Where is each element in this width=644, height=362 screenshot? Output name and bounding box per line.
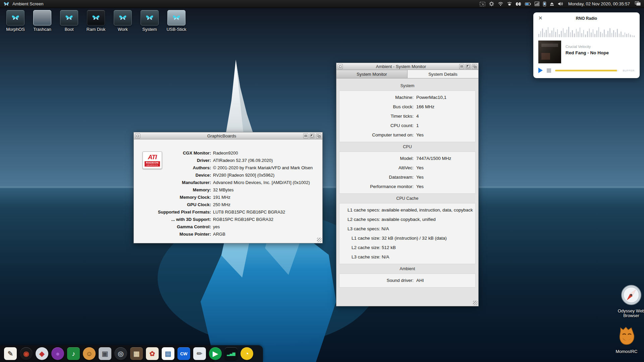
titlebar[interactable]: GraphicBoards [134,132,322,139]
info-label: L2 cache specs: [347,217,380,222]
dock-icon-pencil-editor[interactable]: ✏ [193,347,206,360]
chart-icon[interactable] [535,2,539,6]
drive-icon [141,10,159,25]
spec-row: CGX Monitor: Radeon9200 [134,149,320,157]
info-value: 166 MHz [416,102,475,112]
desktop-icon-usb-stick[interactable]: USB-Stick [163,10,190,32]
info-row: Datastream: Yes [339,173,475,182]
depth-button[interactable] [316,133,321,138]
spec-label: Device: [134,172,211,179]
spec-value: RV280 [Radeon 9200] (0x5962) [213,172,320,179]
desktop-icon-boot[interactable]: Boot [56,10,83,32]
equalizer-bar [581,33,582,37]
resize-grip[interactable] [317,238,322,242]
dock-icon-mask-messenger[interactable]: ☺ [83,347,96,360]
close-button[interactable] [338,64,343,69]
compass-icon [621,285,642,305]
desktop-icon-morphos[interactable]: MorphOS [2,10,29,32]
equalizer-bar [634,36,635,37]
dock-icon-cw-app[interactable]: CW [177,347,190,360]
eject-icon[interactable] [550,2,554,6]
dock-icon-purple-orb[interactable]: ● [51,347,64,360]
dock-icon-text-viewer[interactable]: ▤ [162,347,174,360]
equalizer-bar [628,33,629,37]
butterfly-icon [92,15,100,21]
dock-icon-notepad[interactable]: ✎ [4,347,17,360]
equalizer-bar [609,28,610,37]
close-icon[interactable]: ✕ [538,15,543,20]
info-row: L3 cache size: N/A [339,252,475,262]
desktop-icon-grid: MorphOS Trashcan Boot [2,10,190,32]
dock-icon-camera[interactable]: ◎ [114,347,127,360]
info-row: Model: 7447A/1500 MHz [339,154,475,163]
info-value: available enabled, instruction, data, co… [381,207,473,213]
paw-icon[interactable] [507,2,512,6]
close-button[interactable] [135,133,140,138]
dock-icon-music-player[interactable]: ♪ [67,347,80,360]
desktop-icon-ram-disk[interactable]: Ram Disk [83,10,109,32]
dock: ✎ ◉ ◆ ● ♪ ☺ ▣ ◎ ▦ ✿ ▤ CW ✏ ▶ ▂▄▆ ◔ [0,345,263,362]
dock-icon-crate[interactable]: ▦ [130,347,143,360]
battery-icon[interactable] [525,2,531,6]
zoom-button[interactable] [310,133,315,138]
menu-button[interactable] [459,64,464,69]
play-button[interactable] [538,68,543,73]
depth-button[interactable] [472,64,477,69]
buffer-progress-bar[interactable] [555,70,619,71]
dock-icon-safe[interactable]: ▣ [99,347,111,360]
mobile-device-icon[interactable] [543,2,546,6]
dock-icon-web-compass[interactable]: ◆ [36,347,48,360]
equalizer-bar [589,28,590,37]
desktop-icon-odyssey[interactable]: Odyssey Web Browser [611,285,644,318]
spec-label: Supported Pixel Formats: [134,208,211,216]
desktop-icon-label: MomosIRC [608,349,644,354]
equalizer-bar [570,32,571,37]
morphos-butterfly-icon[interactable] [3,1,9,7]
screen-depth-icon[interactable] [635,1,641,7]
equalizer [538,24,635,37]
dock-icon-glyph: ◎ [118,350,123,357]
desktop-icon-label: MorphOS [6,27,25,32]
titlebar[interactable]: Ambient - System Monitor [336,63,478,70]
resize-grip[interactable] [473,301,478,305]
spec-label: CGX Monitor: [134,149,211,157]
equalizer-bar [630,35,631,37]
section-panel: Machine: PowerMac10,1 Bus clock: 166 MHz… [339,90,476,142]
screen-grab-icon[interactable] [480,2,485,6]
section-header: CPU Cache [339,194,476,203]
gear-icon[interactable] [489,1,494,6]
info-row: L1 cache size: 32 kB (instruction) / 32 … [339,234,475,243]
desktop-icon-work[interactable]: Work [109,10,136,32]
tab-system-monitor[interactable]: System Monitor [336,70,408,78]
dock-icon-pie-monitor[interactable]: ◔ [240,347,253,360]
desktop-icon-trashcan[interactable]: Trashcan [29,10,56,32]
menu-button[interactable] [303,133,308,138]
tab-system-details[interactable]: System Details [408,70,478,78]
desktop-icon-label: System [142,27,157,32]
section-header: CPU [339,142,476,152]
stop-button[interactable] [547,68,551,73]
spec-label: Gamma Control: [134,223,211,231]
dock-icon-paint[interactable]: ✿ [146,347,159,360]
dock-icon-grapher[interactable]: ▂▄▆ [225,347,237,360]
desktop-icon-system[interactable]: System [136,10,163,32]
desktop-icon-label: Ram Disk [87,27,105,32]
drive-icon [60,10,78,25]
info-label: Performance monitor: [339,182,414,191]
spec-label: Manufacturer: [134,179,211,186]
equalizer-bar [632,35,633,37]
desktop-icon-momosirc[interactable]: MomosIRC [608,326,644,354]
spec-row: Mouse Pointer: ARGB [134,231,320,238]
dock-icon-play-media[interactable]: ▶ [209,347,222,360]
zoom-button[interactable] [466,64,471,69]
eyes-icon[interactable] [516,2,521,6]
spec-row: Memory: 32 MBytes [134,186,320,194]
volume-icon[interactable] [558,2,563,6]
sysmon-section-cpu-cache: CPU Cache L1 cache specs: available enab… [339,194,476,264]
wifi-icon[interactable] [498,2,503,6]
spec-value: Radeon9200 [213,149,320,157]
equalizer-bar [617,29,618,37]
dock-icon-vinyl-player[interactable]: ◉ [20,347,33,360]
equalizer-bar [538,34,539,37]
equalizer-bar [553,28,554,37]
